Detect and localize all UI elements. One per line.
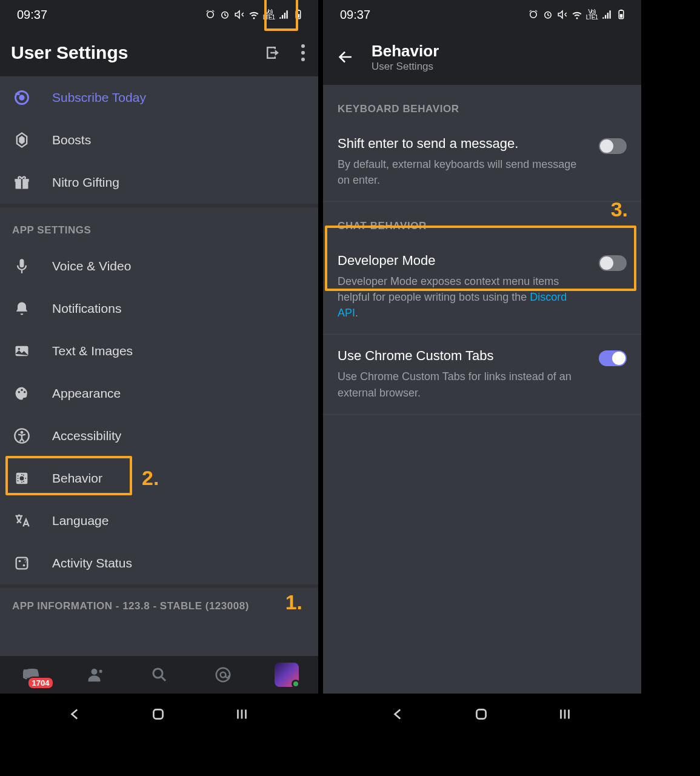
menu-label: Activity Status <box>52 556 132 570</box>
bottom-tab-bar: 1704 <box>0 656 318 694</box>
svg-point-21 <box>23 564 25 567</box>
wifi-icon <box>572 9 582 20</box>
nav-home-icon[interactable] <box>473 706 489 722</box>
section-header-app-settings: APP SETTINGS <box>0 207 318 245</box>
alarm-icon <box>205 9 216 20</box>
lte-icon: Vo)LTE1 <box>586 9 598 20</box>
page-subtitle: User Settings <box>372 61 439 73</box>
menu-activity-status[interactable]: ? Activity Status <box>0 542 318 584</box>
back-button[interactable] <box>336 48 355 66</box>
screen-user-settings: 09:37 Vo)LTE1 User Settings Subscribe To… <box>0 0 318 694</box>
alarm-icon <box>528 9 539 20</box>
setting-desc: Developer Mode exposes context menu item… <box>338 273 587 321</box>
lte-icon: Vo)LTE1 <box>263 9 275 20</box>
tab-friends[interactable] <box>82 661 109 688</box>
nav-back-icon[interactable] <box>390 706 406 722</box>
setting-shift-enter[interactable]: Shift enter to send a message. By defaul… <box>323 122 641 201</box>
android-nav-bar <box>323 694 641 735</box>
mute-icon <box>234 9 245 20</box>
menu-label: Voice & Video <box>52 259 131 273</box>
svg-point-12 <box>18 391 20 393</box>
tab-mentions[interactable] <box>210 661 236 688</box>
setting-title: Developer Mode <box>338 253 587 269</box>
menu-label: Language <box>52 513 108 528</box>
nav-recent-icon[interactable] <box>233 706 251 722</box>
menu-appearance[interactable]: Appearance <box>0 372 318 415</box>
clock-text: 09:37 <box>340 8 370 22</box>
nitro-icon <box>13 89 30 106</box>
boost-icon <box>13 132 30 149</box>
svg-point-20 <box>19 560 21 563</box>
mention-icon <box>214 666 232 684</box>
menu-label: Text & Images <box>52 344 133 358</box>
gift-icon <box>13 174 30 191</box>
notification-badge: 1704 <box>27 677 55 689</box>
menu-boosts[interactable]: Boosts <box>0 119 318 161</box>
android-nav-bar <box>0 694 318 735</box>
menu-nitro-gifting[interactable]: Nitro Gifting <box>0 161 318 204</box>
section-header-keyboard: KEYBOARD BEHAVIOR <box>323 85 641 122</box>
status-icons: Vo)LTE1 <box>528 9 627 20</box>
menu-accessibility[interactable]: Accessibility <box>0 415 318 457</box>
screen-behavior: 09:37 Vo)LTE1 Behavior User Settings KEY… <box>323 0 641 694</box>
svg-point-18 <box>20 477 24 481</box>
menu-voice-video[interactable]: Voice & Video <box>0 245 318 287</box>
nav-back-icon[interactable] <box>67 706 83 722</box>
svg-rect-32 <box>476 709 485 718</box>
translate-icon <box>13 512 30 529</box>
mic-icon <box>13 258 30 275</box>
svg-rect-3 <box>298 10 299 11</box>
battery-icon <box>616 9 627 20</box>
setting-title: Shift enter to send a message. <box>338 136 587 152</box>
friend-icon <box>87 666 105 684</box>
svg-rect-27 <box>153 709 162 718</box>
svg-point-16 <box>21 431 24 434</box>
settings-list[interactable]: Subscribe Today Boosts Nitro Gifting APP… <box>0 76 318 656</box>
tab-profile[interactable] <box>273 661 300 688</box>
palette-icon <box>13 385 30 402</box>
svg-point-11 <box>18 348 20 350</box>
toggle-developer-mode[interactable] <box>599 255 627 271</box>
tab-search[interactable] <box>146 661 173 688</box>
menu-subscribe-today[interactable]: Subscribe Today <box>0 76 318 119</box>
search-icon <box>150 666 168 684</box>
svg-rect-30 <box>620 14 623 18</box>
svg-point-5 <box>19 95 24 100</box>
wifi-icon <box>248 9 259 20</box>
menu-text-images[interactable]: Text & Images <box>0 330 318 372</box>
cog-icon <box>13 470 30 487</box>
status-bar: 09:37 Vo)LTE1 <box>0 0 318 29</box>
menu-label: Boosts <box>52 133 91 147</box>
tab-home[interactable]: 1704 <box>19 661 45 688</box>
overflow-menu-button[interactable] <box>299 42 307 64</box>
setting-chrome-tabs[interactable]: Use Chrome Custom Tabs Use Chrome Custom… <box>323 335 641 413</box>
page-title: Behavior <box>372 42 439 61</box>
signal-icon <box>601 9 612 20</box>
menu-behavior[interactable]: Behavior <box>0 457 318 500</box>
clock-text: 09:37 <box>17 8 47 22</box>
signal-icon <box>278 9 289 20</box>
accessibility-icon <box>13 427 30 444</box>
toggle-shift-enter[interactable] <box>599 138 627 154</box>
svg-rect-8 <box>21 179 22 189</box>
svg-point-24 <box>153 669 162 678</box>
menu-notifications[interactable]: Notifications <box>0 287 318 330</box>
nav-recent-icon[interactable] <box>556 706 574 722</box>
exit-icon[interactable] <box>264 44 282 62</box>
menu-label: Notifications <box>52 301 121 316</box>
behavior-settings[interactable]: KEYBOARD BEHAVIOR Shift enter to send a … <box>323 85 641 694</box>
menu-language[interactable]: Language <box>0 500 318 542</box>
menu-label: Behavior <box>52 471 102 486</box>
svg-point-23 <box>91 669 97 675</box>
section-header-chat: CHAT BEHAVIOR <box>323 202 641 239</box>
divider <box>323 414 641 415</box>
header: User Settings <box>0 29 318 76</box>
svg-rect-9 <box>20 259 24 267</box>
nav-home-icon[interactable] <box>150 706 166 722</box>
header: Behavior User Settings <box>323 29 641 85</box>
toggle-chrome-tabs[interactable] <box>599 350 627 366</box>
setting-developer-mode[interactable]: Developer Mode Developer Mode exposes co… <box>323 239 641 334</box>
svg-point-13 <box>21 389 23 391</box>
mute-icon <box>557 9 568 20</box>
dice-icon: ? <box>13 555 30 572</box>
